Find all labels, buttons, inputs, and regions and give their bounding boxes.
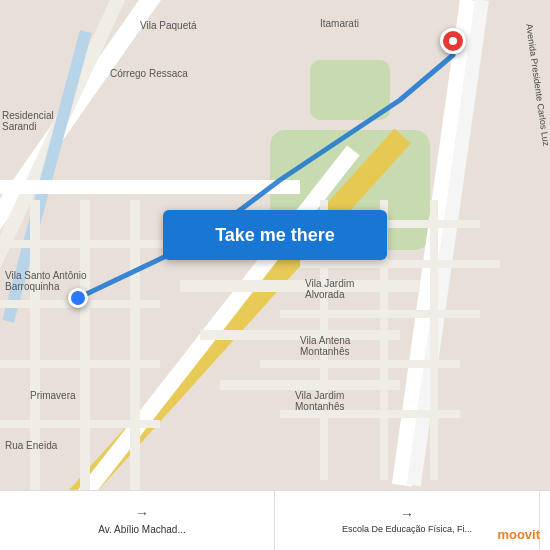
to-location-label: Escola De Educação Física, Fi... <box>342 524 472 536</box>
road-v3 <box>130 200 140 490</box>
to-arrow: → <box>400 506 414 522</box>
road-vr3 <box>430 200 438 480</box>
from-location-label: Av. Abílio Machad... <box>98 523 185 536</box>
take-me-there-button[interactable]: Take me there <box>163 210 387 260</box>
destination-pin-circle <box>440 28 466 54</box>
road-h1 <box>0 180 300 194</box>
destination-pin <box>440 28 466 54</box>
road-v2 <box>80 200 90 490</box>
bottom-bar: → Av. Abílio Machad... → Escola De Educa… <box>0 490 550 550</box>
road-h4 <box>220 380 400 390</box>
from-location-item[interactable]: → Av. Abílio Machad... <box>10 491 275 550</box>
road-v1 <box>30 200 40 490</box>
road-h5 <box>0 240 180 248</box>
moovit-logo: moovit <box>497 527 540 542</box>
park-area-2 <box>310 60 390 120</box>
origin-pin <box>68 288 88 308</box>
road-h3 <box>200 330 400 340</box>
map-container: Vila Paquetá Itamarati ResidencialSarand… <box>0 0 550 490</box>
road-hr2 <box>300 260 500 268</box>
from-arrow: → <box>135 505 149 521</box>
